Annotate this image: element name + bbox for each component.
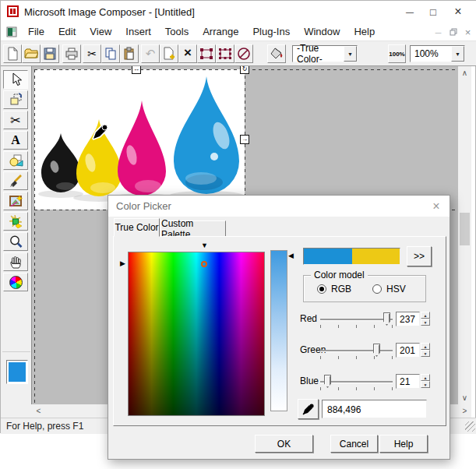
sprite-handle-right[interactable]: →	[240, 135, 249, 144]
expand-button[interactable]: >>	[407, 246, 432, 266]
dialog-title-bar[interactable]: Color Picker	[108, 196, 450, 217]
red-spin-up-icon[interactable]: ▲	[421, 312, 430, 319]
color-preview-new	[352, 249, 400, 264]
zoom-tool-button[interactable]	[3, 232, 28, 251]
print-button[interactable]	[62, 44, 81, 63]
menu-arrange[interactable]: Arrange	[196, 23, 245, 40]
position-field[interactable]: 884,496	[322, 400, 427, 418]
menu-help[interactable]: Help	[347, 23, 382, 40]
color-format-combobox[interactable]: -True Color- ▼	[292, 45, 358, 62]
arrange-tool-button[interactable]	[3, 90, 28, 109]
mdi-close-button[interactable]: ×	[461, 26, 474, 38]
art-effects-tool-button[interactable]	[3, 192, 28, 210]
texture-transfer-tool-button[interactable]	[3, 212, 28, 231]
red-spin-down-icon[interactable]: ▼	[421, 319, 430, 326]
lightness-strip[interactable]	[270, 250, 287, 411]
green-spin-up-icon[interactable]: ▲	[421, 343, 430, 350]
color-format-dropdown-icon[interactable]: ▼	[344, 46, 357, 62]
color-tuning-tool-button[interactable]	[3, 273, 28, 291]
blue-slider[interactable]	[320, 381, 393, 383]
rgb-radio-icon[interactable]	[317, 284, 326, 294]
blue-spinner[interactable]: ▲ ▼	[421, 374, 430, 389]
scroll-down-icon[interactable]: ∨	[458, 391, 471, 404]
hue-marker-top-icon[interactable]: ▼	[201, 242, 208, 249]
green-spinner[interactable]: ▲ ▼	[421, 343, 430, 358]
cutout-tool-button[interactable]: ✂	[3, 111, 28, 129]
close-button[interactable]: ×	[446, 2, 470, 22]
copy-button[interactable]	[101, 44, 120, 63]
resize-grip[interactable]	[465, 421, 475, 432]
red-spinner[interactable]: ▲ ▼	[421, 312, 430, 326]
green-spin-down-icon[interactable]: ▼	[421, 350, 430, 357]
menu-edit[interactable]: Edit	[51, 23, 83, 40]
undo-button[interactable]: ↶	[141, 44, 160, 63]
vertical-scrollbar[interactable]: ∧ ∨	[458, 66, 471, 404]
blue-spin-down-icon[interactable]: ▼	[421, 381, 430, 388]
tab-true-color[interactable]: True Color	[114, 218, 160, 237]
menu-file[interactable]: File	[21, 23, 51, 40]
blue-value-field[interactable]: 21	[396, 374, 420, 389]
current-color-well[interactable]	[6, 360, 28, 384]
select-all-button[interactable]	[216, 44, 234, 63]
minimize-button[interactable]: —	[398, 2, 421, 22]
menu-tools[interactable]: Tools	[158, 23, 196, 40]
title-bar[interactable]: Microsoft Image Composer - [Untitled] — …	[1, 1, 476, 23]
new-button[interactable]	[3, 44, 22, 63]
paste-button[interactable]	[120, 44, 139, 63]
scroll-left-icon[interactable]: <	[32, 404, 45, 418]
hsv-radio[interactable]: HSV	[372, 284, 406, 294]
select-tool-button[interactable]	[3, 70, 28, 89]
zoom-dropdown-icon[interactable]: ▼	[451, 46, 464, 62]
delete-button[interactable]: ×	[178, 44, 197, 63]
color-preview-current	[304, 249, 352, 264]
color-selection-ring[interactable]	[201, 261, 207, 267]
cut-button[interactable]: ✂	[83, 44, 101, 63]
menu-window[interactable]: Window	[297, 23, 347, 40]
maximize-button[interactable]: □	[421, 2, 445, 22]
vertical-scroll-thumb[interactable]	[460, 213, 470, 245]
mdi-restore-button[interactable]	[446, 26, 460, 38]
current-color-swatch	[9, 362, 26, 382]
hue-saturation-field[interactable]	[128, 252, 265, 416]
red-slider[interactable]	[320, 319, 393, 321]
menu-items: File Edit View Insert Tools Arrange Plug…	[21, 23, 382, 40]
menu-plugins[interactable]: Plug-Ins	[245, 23, 297, 40]
save-button[interactable]	[41, 44, 59, 63]
open-button[interactable]	[22, 44, 41, 63]
pan-tool-button[interactable]	[3, 252, 28, 271]
crossed-ellipse-icon	[237, 47, 251, 61]
shapes-tool-button[interactable]	[3, 151, 28, 170]
green-value-field[interactable]: 201	[396, 343, 420, 358]
duplicate-button[interactable]	[160, 44, 178, 63]
ok-button[interactable]: OK	[255, 435, 313, 453]
lightness-marker-icon[interactable]: ◀	[288, 252, 294, 259]
dialog-close-button[interactable]: ×	[428, 199, 445, 214]
zoom-combobox[interactable]: 100% ▼	[410, 45, 465, 62]
scroll-up-icon[interactable]: ∧	[458, 66, 471, 79]
paint-tool-button[interactable]	[3, 171, 28, 190]
select-button[interactable]	[197, 44, 216, 63]
red-value-field[interactable]: 237	[396, 312, 420, 326]
fill-button[interactable]	[267, 44, 286, 63]
help-button[interactable]: Help	[379, 435, 428, 453]
menu-insert[interactable]: Insert	[118, 23, 158, 40]
sprite-handle-top[interactable]: ↔	[132, 66, 141, 74]
sprite-image[interactable]	[34, 69, 245, 210]
mdi-minimize-button[interactable]: —	[432, 26, 445, 38]
tab-custom-palette[interactable]: Custom Palette	[160, 220, 226, 237]
menu-view[interactable]: View	[83, 23, 118, 40]
value-marker-left-icon[interactable]: ▶	[120, 260, 125, 267]
eyedropper-button[interactable]	[298, 399, 319, 419]
mdi-document-icon[interactable]	[6, 26, 17, 37]
mdi-close-icon: ×	[465, 26, 471, 38]
scroll-right-icon[interactable]: >	[458, 404, 471, 418]
crop-oval-button[interactable]	[234, 44, 253, 63]
hsv-radio-icon[interactable]	[372, 284, 382, 294]
text-tool-button[interactable]: A	[3, 131, 28, 150]
green-slider[interactable]	[320, 350, 393, 352]
sprite-handle-top-right[interactable]: ↻	[240, 66, 249, 74]
cancel-button[interactable]: Cancel	[330, 435, 378, 453]
rgb-radio[interactable]: RGB	[317, 284, 351, 294]
actual-size-button[interactable]: 100%	[388, 44, 406, 63]
blue-spin-up-icon[interactable]: ▲	[421, 374, 430, 381]
